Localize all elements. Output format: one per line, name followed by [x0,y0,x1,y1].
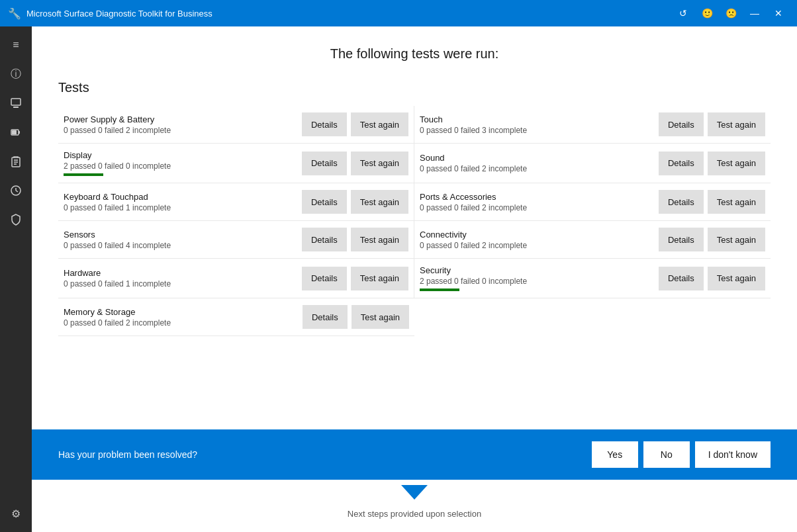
details-button-touch[interactable]: Details [659,112,704,136]
test-name-keyboard: Keyboard & Touchpad [64,192,297,202]
sidebar-item-info[interactable]: ⓘ [3,61,29,87]
svg-rect-3 [19,131,20,134]
sidebar-item-battery[interactable] [3,119,29,146]
test-actions-power: Details Test again [302,112,408,136]
test-info-display: Display 2 passed 0 failed 0 incomplete [64,150,297,176]
test-actions-connectivity: Details Test again [659,228,765,251]
svg-rect-4 [12,130,17,134]
section-title: Tests [58,80,771,95]
test-again-button-ports[interactable]: Test again [708,190,765,214]
close-button[interactable]: ✕ [768,3,789,24]
test-stats-memory: 0 passed 0 failed 2 incomplete [64,318,297,328]
feedback-sad-button[interactable]: 🙁 [720,3,741,24]
test-name-connectivity: Connectivity [420,230,653,240]
test-name-ports: Ports & Accessories [420,192,653,202]
refresh-button[interactable]: ↺ [673,3,694,24]
details-button-display[interactable]: Details [302,152,347,175]
test-info-hardware: Hardware 0 passed 0 failed 1 incomplete [64,268,297,288]
test-actions-sound: Details Test again [659,152,765,175]
test-name-display: Display [64,150,297,160]
app-title: Microsoft Surface Diagnostic Toolkit for… [26,9,673,19]
feedback-happy-button[interactable]: 🙂 [696,3,718,24]
test-stats-sound: 0 passed 0 failed 2 incomplete [420,164,653,173]
title-bar-controls: ↺ 🙂 🙁 — ✕ [673,3,789,24]
test-name-memory: Memory & Storage [64,307,297,317]
yes-button[interactable]: Yes [592,441,638,468]
details-button-sound[interactable]: Details [659,152,704,175]
app-icon: 🔧 [8,7,21,20]
test-item-hardware: Hardware 0 passed 0 failed 1 incomplete … [58,259,414,298]
test-item-sound: Sound 0 passed 0 failed 2 incomplete Det… [414,144,771,183]
test-info-connectivity: Connectivity 0 passed 0 failed 2 incompl… [420,230,653,250]
test-again-button-security[interactable]: Test again [708,267,765,290]
sidebar-item-clock[interactable] [3,177,29,204]
details-button-power[interactable]: Details [302,112,347,136]
resolution-question: Has your problem been resolved? [58,449,581,460]
down-arrow-icon [401,485,428,500]
test-item-ports-accessories: Ports & Accessories 0 passed 0 failed 2 … [414,183,771,221]
sidebar-item-menu[interactable]: ≡ [3,32,29,58]
test-actions-sensors: Details Test again [302,228,408,251]
test-again-button-display[interactable]: Test again [351,152,408,175]
test-info-touch: Touch 0 passed 0 failed 3 incomplete [420,114,653,135]
test-stats-keyboard: 0 passed 0 failed 1 incomplete [64,203,297,212]
test-again-button-connectivity[interactable]: Test again [708,228,765,251]
test-actions-touch: Details Test again [659,112,765,136]
progress-bar-security [420,288,459,291]
test-again-button-memory[interactable]: Test again [352,305,409,329]
details-button-keyboard[interactable]: Details [302,190,347,214]
arrow-area [58,480,771,505]
details-button-security[interactable]: Details [659,267,704,290]
sidebar: ≡ ⓘ [0,26,32,532]
test-info-sensors: Sensors 0 passed 0 failed 4 incomplete [64,230,297,250]
test-actions-memory: Details Test again [303,305,409,329]
dont-know-button[interactable]: I don't know [695,441,771,468]
test-info-sound: Sound 0 passed 0 failed 2 incomplete [420,153,653,173]
test-stats-connectivity: 0 passed 0 failed 2 incomplete [420,241,653,250]
sidebar-item-shield[interactable] [3,206,29,233]
test-name-hardware: Hardware [64,268,297,278]
svg-rect-0 [11,99,21,105]
test-again-button-touch[interactable]: Test again [708,112,765,136]
test-stats-touch: 0 passed 0 failed 3 incomplete [420,126,653,135]
test-again-button-keyboard[interactable]: Test again [351,190,408,214]
minimize-button[interactable]: — [744,3,765,24]
bottom-section: Has your problem been resolved? Yes No I… [32,429,797,532]
test-item-security: Security 2 passed 0 failed 0 incomplete … [414,259,771,298]
no-button[interactable]: No [643,441,690,468]
app-body: ≡ ⓘ [0,26,797,532]
test-again-button-sound[interactable]: Test again [708,152,765,175]
details-button-sensors[interactable]: Details [302,228,347,251]
test-item-memory-storage: Memory & Storage 0 passed 0 failed 2 inc… [58,298,414,336]
test-again-button-power[interactable]: Test again [351,112,408,136]
test-again-button-sensors[interactable]: Test again [351,228,408,251]
test-info-security: Security 2 passed 0 failed 0 incomplete [420,265,653,291]
sidebar-item-settings[interactable]: ⚙ [3,500,29,527]
sidebar-item-clipboard[interactable] [3,148,29,175]
title-bar: 🔧 Microsoft Surface Diagnostic Toolkit f… [0,0,797,26]
details-button-hardware[interactable]: Details [302,267,347,290]
test-item-sensors: Sensors 0 passed 0 failed 4 incomplete D… [58,221,414,259]
resolution-buttons: Yes No I don't know [592,441,771,468]
details-button-ports[interactable]: Details [659,190,704,214]
test-actions-ports: Details Test again [659,190,765,214]
test-actions-hardware: Details Test again [302,267,408,290]
next-steps-text: Next steps provided upon selection [58,505,771,532]
details-button-connectivity[interactable]: Details [659,228,704,251]
test-stats-hardware: 0 passed 0 failed 1 incomplete [64,279,297,288]
test-name-power: Power Supply & Battery [64,114,297,124]
test-actions-display: Details Test again [302,152,408,175]
test-name-sensors: Sensors [64,230,297,240]
test-info-memory: Memory & Storage 0 passed 0 failed 2 inc… [64,307,297,328]
test-item-connectivity: Connectivity 0 passed 0 failed 2 incompl… [414,221,771,259]
test-item-touch: Touch 0 passed 0 failed 3 incomplete Det… [414,106,771,144]
sidebar-item-device[interactable] [3,90,29,116]
test-again-button-hardware[interactable]: Test again [351,267,408,290]
test-actions-security: Details Test again [659,267,765,290]
details-button-memory[interactable]: Details [303,305,348,329]
main-area: The following tests were run: Tests Powe… [32,26,797,429]
test-info-ports: Ports & Accessories 0 passed 0 failed 2 … [420,192,653,212]
test-item-keyboard-touchpad: Keyboard & Touchpad 0 passed 0 failed 1 … [58,183,414,221]
test-stats-ports: 0 passed 0 failed 2 incomplete [420,203,653,212]
test-item-power-supply-battery: Power Supply & Battery 0 passed 0 failed… [58,106,414,144]
